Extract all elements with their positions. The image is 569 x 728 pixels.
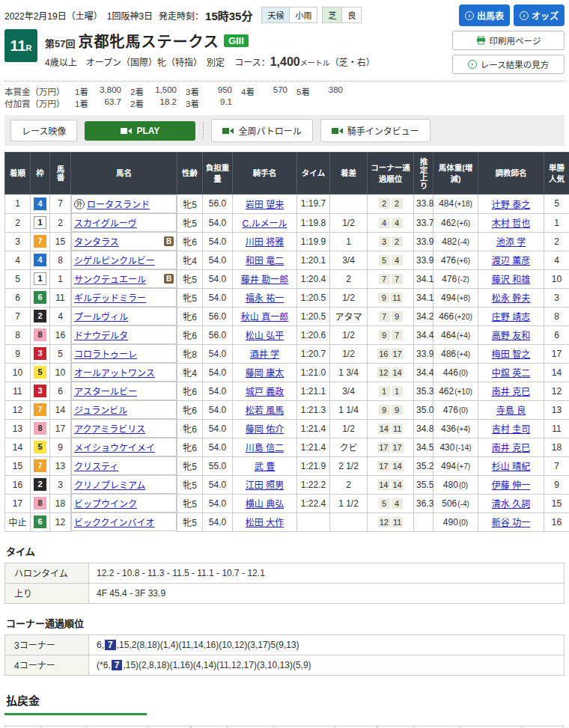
odds-button[interactable]: ›オッズ [514, 4, 565, 26]
winner-highlight: 7 [105, 640, 116, 650]
trainer-link[interactable]: 寺島 良 [496, 406, 526, 416]
finish-position: 6 [5, 288, 31, 307]
jockey-link[interactable]: 武 豊 [255, 462, 275, 472]
jockey-link[interactable]: 藤岡 康太 [246, 368, 284, 379]
horse-name-link[interactable]: ビッククインバイオ [74, 516, 155, 528]
jockey-link[interactable]: 川島 信二 [246, 443, 284, 453]
trainer-link[interactable]: 高野 友和 [492, 331, 530, 341]
sex-age: 牝6 [177, 232, 203, 251]
corner-order-cell: 79 [368, 307, 414, 325]
jockey-link[interactable]: 岩田 望来 [246, 200, 284, 210]
trainer-link[interactable]: 梅田 智之 [492, 349, 530, 360]
jockey-link[interactable]: 松山 弘平 [246, 331, 284, 341]
horse-name-link[interactable]: アクアミラビリス [74, 422, 145, 435]
trainer-link[interactable]: 池添 学 [496, 237, 526, 248]
bracket-cell: 3 [31, 382, 50, 400]
finish-time: 1:21.1 [297, 382, 330, 400]
jockey-link[interactable]: 福永 祐一 [246, 293, 284, 304]
horse-name-link[interactable]: クリスティ [74, 459, 118, 472]
jockey-link[interactable]: 松若 風馬 [246, 406, 284, 416]
trainer-link[interactable]: 新谷 功一 [492, 518, 530, 528]
sex-age: 牝6 [177, 307, 203, 325]
trainer-link[interactable]: 木村 哲也 [492, 218, 530, 229]
weight-diff: (+6) [457, 257, 470, 265]
start-time-label: 発走時刻： [159, 9, 204, 22]
trainer-link[interactable]: 吉村 圭司 [492, 424, 530, 435]
corner-order-cell: 99 [368, 400, 414, 419]
jockey-link[interactable]: 酒井 学 [250, 349, 279, 360]
horse-name-link[interactable]: タンタラス [74, 235, 119, 248]
horse-name-link[interactable]: コロラトゥーレ [74, 347, 137, 360]
carried-weight: 54.0 [203, 438, 233, 456]
horse-name-link[interactable]: クリノプレミアム [74, 478, 145, 491]
patrol-video-button[interactable]: 全周パトロール [211, 119, 312, 142]
jockey-link[interactable]: 藤井 勘一郎 [241, 275, 288, 285]
time-row-value: 4F 45.4 - 3F 33.9 [89, 583, 565, 603]
trainer-link[interactable]: 伊藤 伸一 [492, 480, 530, 491]
jockey-link[interactable]: 松田 大作 [246, 518, 284, 528]
prize-block: 本賞金（万円） 1着3,8002着1,5003着9504着5705着380 付加… [4, 81, 565, 111]
trainer-link[interactable]: 南井 克巳 [492, 387, 530, 397]
race-number-badge: 11R [4, 29, 37, 62]
entries-button[interactable]: ›出馬表 [459, 4, 510, 26]
trainer-link[interactable]: 松永 幹夫 [492, 293, 530, 304]
result-guide-button[interactable]: › レース結果の見方 [452, 55, 565, 74]
margin: 1/2 [330, 344, 368, 363]
trainer-link[interactable]: 清水 久詞 [492, 499, 530, 510]
jockey-link[interactable]: 秋山 真一郎 [241, 312, 288, 322]
horse-name-link[interactable]: メイショウケイメイ [74, 441, 155, 453]
horse-name-link[interactable]: オールアットワンス [74, 366, 155, 379]
trainer-link[interactable]: 藤沢 和雄 [492, 275, 530, 285]
table-row: 1623クリノプレミアム牝554.0江田 照男1:22.22141435.548… [5, 475, 569, 494]
trainer-link[interactable]: 南井 克巳 [492, 443, 530, 453]
finish-time [297, 513, 330, 531]
horse-name-link[interactable]: ギルデッドミラー [74, 291, 146, 304]
header-actions: ›出馬表 ›オッズ 印刷用ページ › レース結果の見方 [451, 4, 565, 74]
prize-rank: 3着 [177, 97, 199, 109]
jockey-link[interactable]: 川田 将雅 [246, 237, 284, 248]
blinker-icon: B [164, 236, 174, 246]
course-label: コース： [234, 58, 270, 68]
horse-name-link[interactable]: スカイグルーヴ [74, 216, 137, 229]
trainer-link[interactable]: 庄野 靖志 [492, 312, 530, 322]
margin: 1 3/4 [330, 363, 368, 382]
horse-name-link[interactable]: アスタールビー [74, 385, 137, 397]
corner-position: 7 [379, 311, 390, 322]
trainer-link[interactable]: 辻野 泰之 [492, 200, 530, 210]
horse-weight: 480(0) [433, 475, 478, 494]
print-page-button[interactable]: 印刷用ページ [452, 31, 565, 50]
jockey-link[interactable]: 藤岡 佑介 [246, 424, 284, 435]
horse-weight: 476(-2) [433, 269, 478, 288]
horse-name-cell: ギルデッドミラー [71, 288, 177, 307]
finish-time: 1:21.4 [297, 419, 330, 438]
weight-diff: (0) [459, 481, 468, 489]
sex-age: 牝5 [177, 195, 203, 214]
entries-button-label: 出馬表 [477, 9, 504, 22]
jockey-interview-button[interactable]: 騎手インタビュー [320, 119, 430, 142]
horse-name-cell: アスタールビー [71, 382, 177, 400]
horse-name-link[interactable]: ドナウデルタ [74, 328, 128, 341]
horse-name-link[interactable]: ジュランビル [74, 403, 127, 416]
jockey-link[interactable]: 城戸 義政 [246, 387, 284, 397]
trainer-cell: 吉村 圭司 [478, 419, 544, 438]
jockey-link[interactable]: 江田 照男 [246, 480, 284, 491]
last-3f: 34.2 [414, 307, 433, 325]
jockey-link[interactable]: C.ルメール [242, 218, 287, 229]
table-row: 212スカイグルーヴ牝554.0C.ルメール1:19.81/24433.7462… [5, 213, 569, 232]
horse-name-link[interactable]: ロータスランド [87, 198, 150, 210]
table-row: 8816ドナウデルタ牝656.0松山 弘平1:20.61/29734.4464(… [5, 325, 569, 344]
trainer-link[interactable]: 杉山 晴紀 [492, 462, 530, 472]
trainer-link[interactable]: 渡辺 薫彦 [492, 256, 530, 266]
horse-name-link[interactable]: サンクテュエール [74, 272, 146, 285]
horse-name-link[interactable]: プールヴィル [74, 310, 128, 322]
finish-position: 1 [5, 195, 31, 214]
jockey-cell: 和田 竜二 [233, 251, 297, 269]
trainer-link[interactable]: 中舘 英二 [492, 368, 530, 379]
win-popularity: 8 [544, 307, 569, 325]
horse-name-link[interactable]: ビップウインク [74, 497, 137, 510]
jockey-link[interactable]: 横山 典弘 [246, 499, 284, 510]
corner-position: 5 [379, 498, 390, 509]
horse-name-link[interactable]: シゲルピンクルビー [74, 254, 155, 266]
play-button[interactable]: PLAY [85, 121, 195, 141]
jockey-link[interactable]: 和田 竜二 [246, 256, 284, 266]
